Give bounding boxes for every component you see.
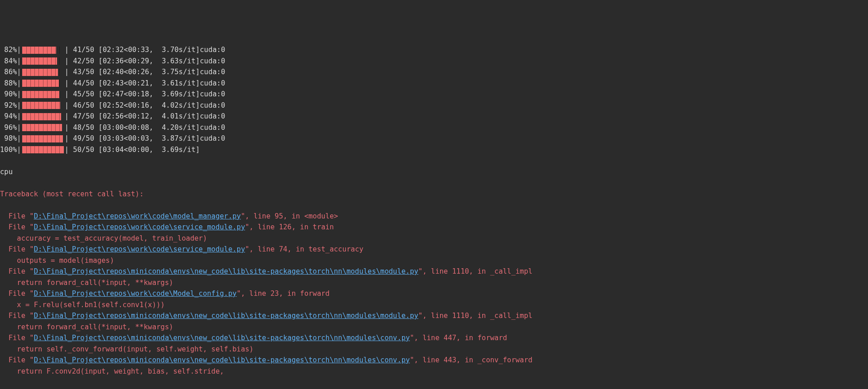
traceback-code-line: return self._conv_forward(input, self.we… xyxy=(0,344,868,355)
progress-pipe: | xyxy=(17,134,21,142)
file-path-link[interactable]: D:\Final_Project\repos\work\code\model_m… xyxy=(34,212,241,220)
progress-pipe: | xyxy=(17,101,21,109)
progress-row: 98%|| 49/50 [03:03<00:03, 3.87s/it]cuda:… xyxy=(0,133,868,144)
file-prefix: File " xyxy=(0,289,34,298)
progress-bar xyxy=(22,124,64,131)
progress-device: cuda:0 xyxy=(200,90,225,98)
traceback-frames: File "D:\Final_Project\repos\work\code\m… xyxy=(0,211,868,377)
progress-pipe: | xyxy=(17,79,21,87)
progress-bar xyxy=(22,57,64,65)
progress-percent: 96% xyxy=(0,122,17,133)
progress-row: 86%|| 43/50 [02:40<00:26, 3.75s/it]cuda:… xyxy=(0,66,868,78)
progress-device: cuda:0 xyxy=(200,101,225,109)
progress-bar-fill xyxy=(22,113,61,120)
traceback-code-line: x = F.relu(self.bn1(self.conv1(x))) xyxy=(0,299,868,311)
traceback-file-line: File "D:\Final_Project\repos\miniconda\e… xyxy=(0,310,868,322)
progress-percent: 82% xyxy=(0,44,17,56)
file-suffix: ", line 23, in forward xyxy=(237,289,330,298)
progress-pipe: | xyxy=(17,112,21,120)
file-suffix: ", line 126, in train xyxy=(245,223,334,231)
progress-pipe: | xyxy=(17,57,21,65)
progress-stats: | 47/50 [02:56<00:12, 4.01s/it] xyxy=(65,112,200,120)
file-path-link[interactable]: D:\Final_Project\repos\work\code\Model_c… xyxy=(34,289,237,298)
traceback-file-line: File "D:\Final_Project\repos\work\code\M… xyxy=(0,288,868,299)
traceback-code-line: outputs = model(images) xyxy=(0,255,868,266)
traceback-file-line: File "D:\Final_Project\repos\miniconda\e… xyxy=(0,355,868,366)
file-suffix: ", line 95, in <module> xyxy=(241,212,338,220)
progress-device: cuda:0 xyxy=(200,68,225,76)
progress-percent: 92% xyxy=(0,100,17,111)
progress-row: 82%|| 41/50 [02:32<00:33, 3.70s/it]cuda:… xyxy=(0,44,868,56)
progress-bar xyxy=(22,80,64,87)
progress-bar xyxy=(22,135,64,142)
progress-bar-fill xyxy=(22,69,58,76)
file-suffix: ", line 1110, in _call_impl xyxy=(418,267,532,275)
progress-bar xyxy=(22,113,64,120)
progress-percent: 84% xyxy=(0,56,17,67)
progress-row: 94%|| 47/50 [02:56<00:12, 4.01s/it]cuda:… xyxy=(0,111,868,122)
progress-device: cuda:0 xyxy=(200,134,225,142)
file-suffix: ", line 447, in forward xyxy=(410,334,507,342)
file-suffix: ", line 74, in test_accuracy xyxy=(245,245,363,253)
file-path-link[interactable]: D:\Final_Project\repos\miniconda\envs\ne… xyxy=(34,334,410,342)
progress-device: cuda:0 xyxy=(200,123,225,132)
progress-bar-fill xyxy=(22,80,59,87)
progress-row: 100%|| 50/50 [03:04<00:00, 3.69s/it] xyxy=(0,144,868,156)
file-path-link[interactable]: D:\Final_Project\repos\work\code\service… xyxy=(34,245,245,253)
progress-bar-fill xyxy=(22,47,56,54)
progress-pipe: | xyxy=(17,90,21,98)
progress-bar xyxy=(22,102,64,109)
progress-stats: | 44/50 [02:43<00:21, 3.61s/it] xyxy=(65,79,200,87)
file-prefix: File " xyxy=(0,356,34,364)
progress-bar xyxy=(22,47,64,54)
file-prefix: File " xyxy=(0,334,34,342)
progress-stats: | 46/50 [02:52<00:16, 4.02s/it] xyxy=(65,101,200,109)
progress-device: cuda:0 xyxy=(200,112,225,120)
progress-bar-fill xyxy=(22,135,63,142)
progress-percent: 88% xyxy=(0,78,17,89)
file-path-link[interactable]: D:\Final_Project\repos\miniconda\envs\ne… xyxy=(34,312,418,320)
file-prefix: File " xyxy=(0,312,34,320)
progress-stats: | 45/50 [02:47<00:18, 3.69s/it] xyxy=(65,90,200,98)
traceback-header: Traceback (most recent call last): xyxy=(0,189,868,200)
file-prefix: File " xyxy=(0,212,34,220)
progress-log: 82%|| 41/50 [02:32<00:33, 3.70s/it]cuda:… xyxy=(0,44,868,155)
traceback-file-line: File "D:\Final_Project\repos\work\code\s… xyxy=(0,244,868,255)
progress-stats: | 42/50 [02:36<00:29, 3.63s/it] xyxy=(65,57,200,65)
progress-stats: | 41/50 [02:32<00:33, 3.70s/it] xyxy=(65,46,200,54)
progress-device: cuda:0 xyxy=(200,79,225,87)
progress-bar-fill xyxy=(22,124,62,131)
progress-bar xyxy=(22,69,64,76)
progress-bar xyxy=(22,146,64,153)
progress-pipe: | xyxy=(17,146,21,154)
progress-stats: | 43/50 [02:40<00:26, 3.75s/it] xyxy=(65,68,200,76)
traceback-code-line: accuracy = test_accuracy(model, train_lo… xyxy=(0,233,868,244)
file-path-link[interactable]: D:\Final_Project\repos\work\code\service… xyxy=(34,223,245,231)
file-path-link[interactable]: D:\Final_Project\repos\miniconda\envs\ne… xyxy=(34,267,418,275)
file-prefix: File " xyxy=(0,267,34,275)
progress-pipe: | xyxy=(17,46,21,54)
traceback-code-line: return forward_call(*input, **kwargs) xyxy=(0,322,868,333)
cpu-line: cpu xyxy=(0,166,868,178)
progress-stats: | 50/50 [03:04<00:00, 3.69s/it] xyxy=(65,146,200,154)
progress-pipe: | xyxy=(17,68,21,76)
progress-bar-fill xyxy=(22,57,57,65)
progress-percent: 86% xyxy=(0,66,17,78)
file-prefix: File " xyxy=(0,245,34,253)
progress-row: 88%|| 44/50 [02:43<00:21, 3.61s/it]cuda:… xyxy=(0,78,868,89)
file-suffix: ", line 1110, in _call_impl xyxy=(418,312,532,320)
file-path-link[interactable]: D:\Final_Project\repos\miniconda\envs\ne… xyxy=(34,356,410,364)
progress-bar-fill xyxy=(22,91,60,98)
traceback-file-line: File "D:\Final_Project\repos\miniconda\e… xyxy=(0,266,868,277)
progress-bar-fill xyxy=(22,146,64,153)
progress-stats: | 48/50 [03:00<00:08, 4.20s/it] xyxy=(65,123,200,132)
progress-device: cuda:0 xyxy=(200,57,225,65)
progress-percent: 98% xyxy=(0,133,17,144)
traceback-file-line: File "D:\Final_Project\repos\work\code\s… xyxy=(0,222,868,233)
progress-device: cuda:0 xyxy=(200,46,225,54)
progress-pipe: | xyxy=(17,123,21,132)
progress-stats: | 49/50 [03:03<00:03, 3.87s/it] xyxy=(65,134,200,142)
progress-row: 92%|| 46/50 [02:52<00:16, 4.02s/it]cuda:… xyxy=(0,100,868,111)
progress-bar xyxy=(22,91,64,98)
file-suffix: ", line 443, in _conv_forward xyxy=(410,356,532,364)
